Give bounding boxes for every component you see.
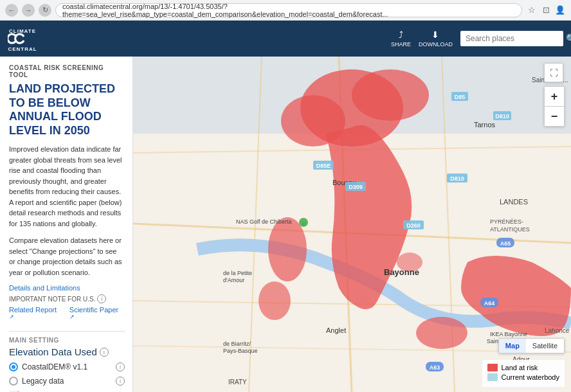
logo-svg: CLIMATE CENTRAL xyxy=(8,24,37,53)
svg-text:ATLANTIQUES: ATLANTIQUES xyxy=(490,226,530,233)
svg-text:Pays-Basque: Pays-Basque xyxy=(223,348,258,354)
scientific-paper-link[interactable]: Scientific Paper ↗ xyxy=(69,306,125,323)
coastal-dem-radio-inner xyxy=(12,365,15,369)
legacy-data-info-icon[interactable]: i xyxy=(116,377,125,386)
elevation-info-icon[interactable]: i xyxy=(100,348,109,357)
share-button[interactable]: ⤴ SHARE xyxy=(391,30,411,48)
legacy-data-option[interactable]: Legacy data i xyxy=(9,377,125,386)
zoom-controls: + − xyxy=(544,86,565,127)
toolbar-actions: ⤴ SHARE ⬇ DOWNLOAD 🔍 xyxy=(391,30,563,48)
svg-text:Bayonne: Bayonne xyxy=(384,267,419,277)
map-container[interactable]: Boucau Bayonne Anglet Tarnos LANDES PYRÉ… xyxy=(133,57,571,392)
svg-text:D85: D85 xyxy=(455,94,466,100)
share-icon: ⤴ xyxy=(399,30,403,40)
browser-icons: ☆ ⊡ 👤 xyxy=(526,4,566,16)
search-input[interactable] xyxy=(466,34,562,43)
zoom-out-button[interactable]: − xyxy=(545,107,564,126)
svg-text:Lahonce: Lahonce xyxy=(545,327,570,334)
map-type-toggle: Map Satellite xyxy=(498,338,565,353)
map-legend: Land at risk Current waterbody xyxy=(482,360,565,387)
related-report-external-icon: ↗ xyxy=(9,314,14,320)
svg-text:LANDES: LANDES xyxy=(500,198,528,206)
share-label: SHARE xyxy=(391,41,411,48)
coastal-dem-option[interactable]: CoastalDEM® v1.1 i xyxy=(9,362,125,371)
logo-climate-text: CLIMATE xyxy=(9,28,36,34)
search-button[interactable]: 🔍 xyxy=(566,33,571,44)
panel-subtitle: COASTAL RISK SCREENING TOOL xyxy=(9,64,125,78)
refresh-button[interactable]: ↻ xyxy=(39,4,51,17)
main-content: COASTAL RISK SCREENING TOOL LAND PROJECT… xyxy=(0,57,571,392)
url-text: coastal.climatecentral.org/map/13/-1.470… xyxy=(62,3,515,18)
svg-text:Anglet: Anglet xyxy=(326,326,346,334)
svg-text:de la Petite: de la Petite xyxy=(223,270,252,276)
svg-text:A63: A63 xyxy=(430,364,440,371)
app-container: CLIMATE CENTRAL ⤴ SHARE ⬇ DOWNLOAD 🔍 xyxy=(0,21,571,392)
forward-button[interactable]: → xyxy=(22,4,35,17)
main-setting-label: MAIN SETTING xyxy=(9,337,125,344)
svg-text:D810: D810 xyxy=(495,113,509,120)
important-note: IMPORTANT NOTE FOR U.S. i xyxy=(9,294,125,303)
panel-description: Improved elevation data indicate far gre… xyxy=(9,144,125,229)
scientific-paper-external-icon: ↗ xyxy=(69,314,75,320)
svg-text:D810: D810 xyxy=(450,175,464,182)
important-note-info-icon[interactable]: i xyxy=(97,294,106,303)
browser-bar: ← → ↻ coastal.climatecentral.org/map/13/… xyxy=(0,0,571,21)
search-box[interactable]: 🔍 xyxy=(460,31,563,46)
profile-icon[interactable]: 👤 xyxy=(554,4,566,16)
toolbar: CLIMATE CENTRAL ⤴ SHARE ⬇ DOWNLOAD 🔍 xyxy=(0,21,571,57)
map-controls-top-right: ⛶ + − xyxy=(544,63,565,127)
svg-text:IKEA Bayonne: IKEA Bayonne xyxy=(490,331,527,337)
legend-land-at-risk: Land at risk xyxy=(487,364,560,371)
coastal-dem-radio[interactable] xyxy=(9,362,18,371)
svg-text:A64: A64 xyxy=(484,300,495,307)
download-label: DOWNLOAD xyxy=(419,41,453,48)
svg-text:de Biarritz/: de Biarritz/ xyxy=(223,341,251,347)
download-icon: ⬇ xyxy=(431,30,439,40)
svg-point-12 xyxy=(352,69,429,121)
left-panel: COASTAL RISK SCREENING TOOL LAND PROJECT… xyxy=(0,57,133,392)
section-divider xyxy=(9,331,125,332)
logo-area: CLIMATE CENTRAL xyxy=(8,24,136,53)
land-at-risk-color-swatch xyxy=(487,364,498,371)
coastal-dem-info-icon[interactable]: i xyxy=(116,362,125,371)
legacy-data-radio[interactable] xyxy=(9,377,18,386)
legacy-data-label: Legacy data xyxy=(22,377,112,386)
logo-central-text: CENTRAL xyxy=(8,46,37,52)
svg-text:PYRÉNÉES-: PYRÉNÉES- xyxy=(490,218,523,225)
svg-text:Tarnos: Tarnos xyxy=(474,121,496,129)
fullscreen-button[interactable]: ⛶ xyxy=(544,63,563,82)
zoom-in-button[interactable]: + xyxy=(545,87,564,106)
svg-text:D309: D309 xyxy=(349,184,363,190)
back-button[interactable]: ← xyxy=(5,4,18,17)
land-at-risk-label: Land at risk xyxy=(502,364,538,371)
panel-links-row: Related Report ↗ Scientific Paper ↗ xyxy=(9,306,125,323)
waterbody-label: Current waterbody xyxy=(502,373,560,381)
related-report-link[interactable]: Related Report ↗ xyxy=(9,306,63,323)
download-button[interactable]: ⬇ DOWNLOAD xyxy=(419,30,453,48)
map-type-map-button[interactable]: Map xyxy=(499,339,526,353)
elevation-title: Elevation Data Used i xyxy=(9,346,125,357)
svg-point-15 xyxy=(416,317,467,349)
svg-text:A65: A65 xyxy=(500,240,511,247)
extension-icon[interactable]: ⊡ xyxy=(540,4,552,16)
panel-title: LAND PROJECTED TO BE BELOW ANNUAL FLOOD … xyxy=(9,82,125,138)
svg-text:IRATY: IRATY xyxy=(228,379,247,386)
panel-compare: Compare elevation datasets here or selec… xyxy=(9,235,125,278)
svg-point-14 xyxy=(258,281,291,320)
waterbody-color-swatch xyxy=(487,373,498,381)
details-link[interactable]: Details and Limitations xyxy=(9,284,125,292)
map-type-satellite-button[interactable]: Satellite xyxy=(526,339,564,353)
coastal-dem-label: CoastalDEM® v1.1 xyxy=(22,362,112,371)
svg-text:D85E: D85E xyxy=(316,163,331,169)
address-bar[interactable]: coastal.climatecentral.org/map/13/-1.470… xyxy=(55,3,522,17)
svg-text:D260: D260 xyxy=(406,222,421,229)
legend-waterbody: Current waterbody xyxy=(487,373,560,381)
svg-point-13 xyxy=(268,217,307,281)
svg-text:d'Amour: d'Amour xyxy=(223,277,244,283)
svg-text:NAS Golf de Chiberta: NAS Golf de Chiberta xyxy=(236,218,292,225)
star-icon[interactable]: ☆ xyxy=(526,4,538,16)
